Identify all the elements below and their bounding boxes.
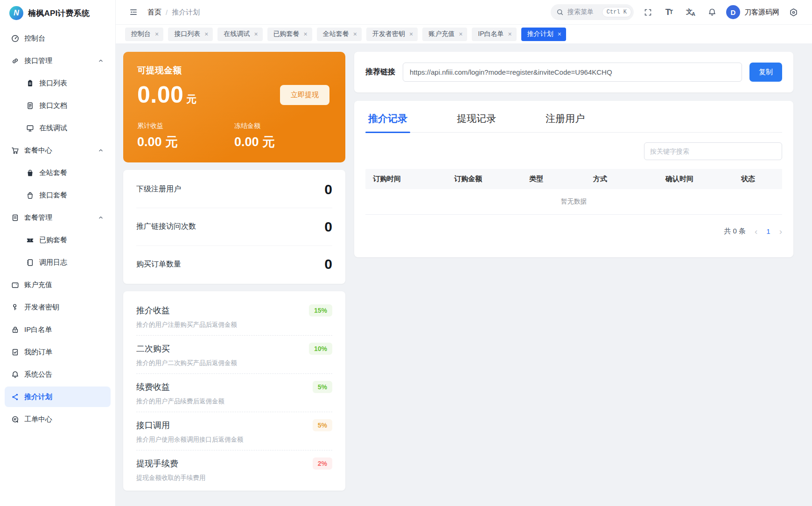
dashboard-icon: [11, 35, 19, 42]
open-tabs-bar: 控制台× 接口列表× 在线调试× 已购套餐× 全站套餐× 开发者密钥× 账户充值…: [116, 24, 812, 43]
tab-referral-records[interactable]: 推介记录: [365, 112, 410, 132]
commission-rates-card: 推介收益 15% 推介的用户注册购买产品后返佣金额 二次购买 10% 推介的用户…: [123, 291, 345, 491]
user-menu[interactable]: D 刀客源码网: [726, 5, 779, 19]
stat-row-registered-users: 下级注册用户 0: [136, 171, 332, 208]
site-package-icon: [26, 169, 34, 177]
settings-gear-icon[interactable]: [786, 5, 801, 20]
close-icon[interactable]: ×: [204, 31, 208, 37]
app-logo: N 楠枫API计费系统: [0, 0, 115, 26]
frozen-amount-stat: 冻结金额 0.00 元: [234, 122, 331, 150]
withdraw-now-button[interactable]: 立即提现: [280, 85, 329, 105]
withdrawable-balance-card: 可提现金额 0.00元 立即提现 累计收益 0.00 元 冻结金额 0.00 元: [123, 52, 345, 162]
prev-page-icon[interactable]: ‹: [755, 227, 757, 236]
tab-registered-users[interactable]: 注册用户: [543, 112, 588, 132]
call-log-icon: [26, 259, 34, 267]
sidebar-item-api-list[interactable]: 接口列表: [5, 73, 111, 93]
close-icon[interactable]: ×: [508, 31, 512, 37]
sidebar-item-site-package[interactable]: 全站套餐: [5, 162, 111, 183]
column-order-time: 订购时间: [369, 175, 450, 183]
ip-whitelist-lock-icon: [11, 326, 19, 334]
close-icon[interactable]: ×: [409, 31, 413, 37]
sidebar-item-api-management[interactable]: 接口管理: [5, 50, 111, 71]
sidebar-menu: 控制台 接口管理 接口列表 接口文档 在线调试 套餐中心 全站套餐: [0, 26, 115, 506]
commission-row-second-purchase: 二次购买 10% 推介的用户二次购买产品后返佣金额: [136, 336, 332, 374]
purchased-package-icon: [26, 236, 34, 244]
referral-link-input[interactable]: [403, 63, 742, 82]
api-list-icon: [26, 79, 34, 87]
sidebar-item-recharge[interactable]: 账户充值: [5, 274, 111, 295]
tab-chip-online-debug[interactable]: 在线调试×: [217, 28, 262, 41]
app-title: 楠枫API计费系统: [28, 8, 90, 19]
close-icon[interactable]: ×: [459, 31, 462, 37]
close-icon[interactable]: ×: [304, 31, 308, 37]
page-number[interactable]: 1: [766, 227, 770, 235]
recharge-wallet-icon: [11, 281, 19, 289]
sidebar-item-ticket-center[interactable]: 工单中心: [5, 409, 111, 429]
sidebar-item-announcement[interactable]: 系统公告: [5, 364, 111, 385]
tab-chip-api-list[interactable]: 接口列表×: [168, 28, 213, 41]
top-header: 首页 / 推介计划 搜索菜单 Ctrl K TT 文A D 刀客源码网: [116, 0, 812, 24]
rate-badge: 5%: [313, 381, 332, 393]
referral-link-label: 推荐链接: [365, 67, 395, 77]
rate-badge: 2%: [313, 457, 332, 470]
pagination: 共 0 条 ‹ 1 ›: [365, 227, 782, 236]
tab-chip-site-package[interactable]: 全站套餐×: [317, 28, 362, 41]
announcement-bell-icon: [11, 371, 19, 379]
records-tabs: 推介记录 提现记录 注册用户: [365, 112, 782, 133]
tab-chip-purchased-package[interactable]: 已购套餐×: [267, 28, 312, 41]
rate-badge: 5%: [313, 419, 332, 431]
sidebar-item-online-debug[interactable]: 在线调试: [5, 118, 111, 138]
tab-chip-developer-key[interactable]: 开发者密钥×: [366, 28, 418, 41]
close-icon[interactable]: ×: [254, 31, 258, 37]
font-size-icon[interactable]: TT: [662, 5, 677, 20]
sidebar-item-developer-key[interactable]: 开发者密钥: [5, 297, 111, 317]
commission-row-referral-earnings: 推介收益 15% 推介的用户注册购买产品后返佣金额: [136, 297, 332, 336]
column-status: 状态: [737, 175, 778, 183]
next-page-icon[interactable]: ›: [779, 227, 782, 236]
sidebar-item-call-log[interactable]: 调用日志: [5, 252, 111, 273]
tab-chip-recharge[interactable]: 账户充值×: [422, 28, 467, 41]
close-icon[interactable]: ×: [155, 31, 159, 37]
tab-chip-console[interactable]: 控制台×: [125, 28, 163, 41]
copy-link-button[interactable]: 复制: [749, 63, 782, 82]
tab-chip-referral-plan[interactable]: 推介计划×: [521, 28, 566, 41]
breadcrumb: 首页 / 推介计划: [147, 8, 200, 17]
sidebar-item-referral-plan[interactable]: 推介计划: [5, 387, 111, 407]
tab-chip-ip-whitelist[interactable]: IP白名单×: [472, 28, 516, 41]
sidebar-item-purchased-package[interactable]: 已购套餐: [5, 230, 111, 250]
wallet-card-title: 可提现金额: [137, 64, 331, 77]
api-package-icon: [26, 191, 34, 199]
chevron-up-icon: [98, 214, 104, 221]
close-icon[interactable]: ×: [558, 31, 561, 37]
close-icon[interactable]: ×: [353, 31, 357, 37]
empty-state-text: 暂无数据: [365, 189, 782, 215]
sidebar-item-ip-whitelist[interactable]: IP白名单: [5, 319, 111, 340]
share-icon: [11, 393, 19, 401]
keyword-search-input[interactable]: [644, 142, 782, 160]
stat-row-link-visits: 推广链接访问次数 0: [136, 208, 332, 246]
tab-withdraw-records[interactable]: 提现记录: [454, 112, 499, 132]
sidebar-item-package-manage[interactable]: 套餐管理: [5, 207, 111, 228]
sidebar-item-console[interactable]: 控制台: [5, 28, 111, 49]
fullscreen-icon[interactable]: [640, 5, 655, 20]
column-method: 方式: [589, 175, 662, 183]
my-orders-icon: [11, 348, 19, 356]
breadcrumb-home[interactable]: 首页: [147, 8, 161, 17]
main-area: 首页 / 推介计划 搜索菜单 Ctrl K TT 文A D 刀客源码网 控制台×…: [116, 0, 812, 506]
chevron-up-icon: [98, 57, 104, 64]
sidebar-item-my-orders[interactable]: 我的订单: [5, 342, 111, 362]
sidebar-item-api-docs[interactable]: 接口文档: [5, 95, 111, 116]
sidebar-item-api-package[interactable]: 接口套餐: [5, 185, 111, 205]
rate-badge: 15%: [309, 304, 332, 316]
online-debug-icon: [26, 124, 34, 132]
translate-icon[interactable]: 文A: [683, 5, 698, 20]
total-earnings-stat: 累计收益 0.00 元: [137, 122, 234, 150]
notification-bell-icon[interactable]: [705, 5, 720, 20]
search-shortcut-badge: Ctrl K: [602, 7, 631, 17]
menu-search-box[interactable]: 搜索菜单 Ctrl K: [551, 4, 634, 20]
commission-row-withdraw-fee: 提现手续费 2% 提现金额收取的手续费用: [136, 450, 332, 488]
left-column: 可提现金额 0.00元 立即提现 累计收益 0.00 元 冻结金额 0.00 元: [123, 52, 345, 498]
package-manage-icon: [11, 214, 19, 222]
menu-collapse-icon[interactable]: [126, 5, 141, 20]
sidebar-item-package-center[interactable]: 套餐中心: [5, 140, 111, 161]
